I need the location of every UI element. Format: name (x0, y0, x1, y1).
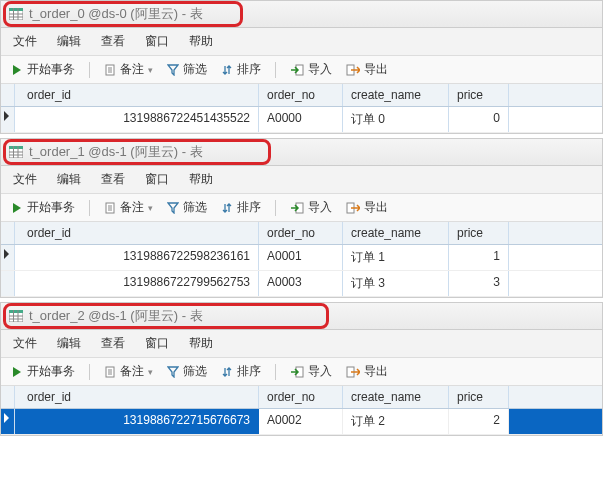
menu-bar: 文件编辑查看窗口帮助 (1, 330, 602, 358)
menu-view[interactable]: 查看 (101, 171, 125, 188)
begin-transaction-button[interactable]: 开始事务 (11, 363, 75, 380)
toolbar: 开始事务备注▾筛选排序导入导出 (1, 56, 602, 84)
menu-window[interactable]: 窗口 (145, 171, 169, 188)
row-handle-header (1, 386, 15, 408)
col-header-create-name[interactable]: create_name (343, 222, 449, 244)
table-pane: t_order_1 @ds-1 (阿里云) - 表文件编辑查看窗口帮助开始事务备… (0, 138, 603, 298)
col-header-price[interactable]: price (449, 222, 509, 244)
menu-help[interactable]: 帮助 (189, 171, 213, 188)
title-bar: t_order_1 @ds-1 (阿里云) - 表 (1, 139, 602, 166)
table-row[interactable]: 1319886722715676673A0002订单 22 (1, 409, 602, 435)
menu-help[interactable]: 帮助 (189, 335, 213, 352)
col-header-order-id[interactable]: order_id (15, 386, 259, 408)
table-icon (9, 8, 23, 20)
cell-create-name[interactable]: 订单 2 (343, 409, 449, 434)
cell-create-name[interactable]: 订单 3 (343, 271, 449, 296)
menu-file[interactable]: 文件 (13, 171, 37, 188)
row-indicator (1, 107, 15, 132)
sort-button[interactable]: 排序 (221, 363, 261, 380)
col-header-order-id[interactable]: order_id (15, 222, 259, 244)
cell-order-no[interactable]: A0002 (259, 409, 343, 434)
separator (275, 62, 276, 78)
table-icon (9, 146, 23, 158)
menu-view[interactable]: 查看 (101, 335, 125, 352)
col-header-price[interactable]: price (449, 84, 509, 106)
cell-order-id[interactable]: 1319886722799562753 (15, 271, 259, 296)
row-indicator (1, 271, 15, 296)
import-button[interactable]: 导入 (290, 199, 332, 216)
table-row[interactable]: 1319886722799562753A0003订单 33 (1, 271, 602, 297)
menu-bar: 文件编辑查看窗口帮助 (1, 166, 602, 194)
col-header-order-no[interactable]: order_no (259, 84, 343, 106)
svg-rect-25 (9, 310, 23, 313)
export-button[interactable]: 导出 (346, 363, 388, 380)
separator (275, 200, 276, 216)
begin-transaction-button[interactable]: 开始事务 (11, 199, 75, 216)
grid-header-row: order_idorder_nocreate_nameprice (1, 84, 602, 107)
cell-order-no[interactable]: A0000 (259, 107, 343, 132)
col-header-create-name[interactable]: create_name (343, 386, 449, 408)
title-text: t_order_0 @ds-0 (阿里云) - 表 (29, 5, 203, 23)
menu-edit[interactable]: 编辑 (57, 171, 81, 188)
cell-order-id[interactable]: 1319886722598236161 (15, 245, 259, 270)
table-row[interactable]: 1319886722598236161A0001订单 11 (1, 245, 602, 271)
cell-order-id[interactable]: 1319886722451435522 (15, 107, 259, 132)
cell-order-no[interactable]: A0003 (259, 271, 343, 296)
import-button[interactable]: 导入 (290, 363, 332, 380)
data-grid: order_idorder_nocreate_nameprice13198867… (1, 222, 602, 297)
grid-header-row: order_idorder_nocreate_nameprice (1, 386, 602, 409)
toolbar: 开始事务备注▾筛选排序导入导出 (1, 194, 602, 222)
cell-create-name[interactable]: 订单 0 (343, 107, 449, 132)
title-text: t_order_2 @ds-1 (阿里云) - 表 (29, 307, 203, 325)
menu-file[interactable]: 文件 (13, 335, 37, 352)
title-text: t_order_1 @ds-1 (阿里云) - 表 (29, 143, 203, 161)
menu-edit[interactable]: 编辑 (57, 335, 81, 352)
import-button[interactable]: 导入 (290, 61, 332, 78)
title-bar: t_order_2 @ds-1 (阿里云) - 表 (1, 303, 602, 330)
menu-bar: 文件编辑查看窗口帮助 (1, 28, 602, 56)
cell-price[interactable]: 1 (449, 245, 509, 270)
table-row[interactable]: 1319886722451435522A0000订单 00 (1, 107, 602, 133)
row-handle-header (1, 222, 15, 244)
filter-button[interactable]: 筛选 (167, 199, 207, 216)
cell-price[interactable]: 0 (449, 107, 509, 132)
col-header-order-no[interactable]: order_no (259, 386, 343, 408)
separator (89, 364, 90, 380)
memo-button[interactable]: 备注▾ (104, 363, 153, 380)
export-button[interactable]: 导出 (346, 61, 388, 78)
menu-window[interactable]: 窗口 (145, 33, 169, 50)
export-button[interactable]: 导出 (346, 199, 388, 216)
row-indicator (1, 409, 15, 434)
filter-button[interactable]: 筛选 (167, 61, 207, 78)
separator (89, 200, 90, 216)
cell-order-no[interactable]: A0001 (259, 245, 343, 270)
sort-button[interactable]: 排序 (221, 61, 261, 78)
menu-window[interactable]: 窗口 (145, 335, 169, 352)
row-indicator (1, 245, 15, 270)
table-pane: t_order_2 @ds-1 (阿里云) - 表文件编辑查看窗口帮助开始事务备… (0, 302, 603, 436)
cell-price[interactable]: 3 (449, 271, 509, 296)
cell-order-id[interactable]: 1319886722715676673 (15, 409, 259, 434)
table-pane: t_order_0 @ds-0 (阿里云) - 表文件编辑查看窗口帮助开始事务备… (0, 0, 603, 134)
cell-create-name[interactable]: 订单 1 (343, 245, 449, 270)
separator (89, 62, 90, 78)
toolbar: 开始事务备注▾筛选排序导入导出 (1, 358, 602, 386)
menu-edit[interactable]: 编辑 (57, 33, 81, 50)
grid-header-row: order_idorder_nocreate_nameprice (1, 222, 602, 245)
svg-rect-13 (9, 146, 23, 149)
sort-button[interactable]: 排序 (221, 199, 261, 216)
data-grid: order_idorder_nocreate_nameprice13198867… (1, 84, 602, 133)
col-header-create-name[interactable]: create_name (343, 84, 449, 106)
memo-button[interactable]: 备注▾ (104, 199, 153, 216)
memo-button[interactable]: 备注▾ (104, 61, 153, 78)
menu-file[interactable]: 文件 (13, 33, 37, 50)
col-header-price[interactable]: price (449, 386, 509, 408)
filter-button[interactable]: 筛选 (167, 363, 207, 380)
menu-view[interactable]: 查看 (101, 33, 125, 50)
title-bar: t_order_0 @ds-0 (阿里云) - 表 (1, 1, 602, 28)
col-header-order-id[interactable]: order_id (15, 84, 259, 106)
cell-price[interactable]: 2 (449, 409, 509, 434)
menu-help[interactable]: 帮助 (189, 33, 213, 50)
col-header-order-no[interactable]: order_no (259, 222, 343, 244)
begin-transaction-button[interactable]: 开始事务 (11, 61, 75, 78)
